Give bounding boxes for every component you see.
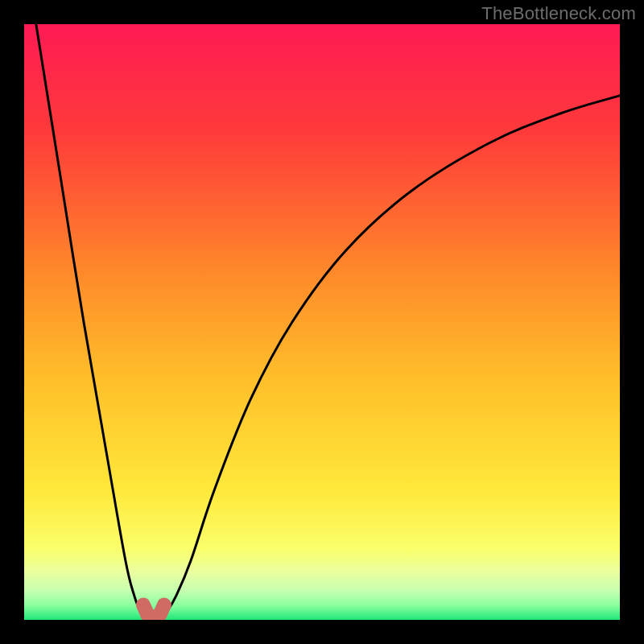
watermark-text: TheBottleneck.com bbox=[481, 3, 636, 24]
chart-background bbox=[24, 24, 620, 620]
chart-svg bbox=[24, 24, 620, 620]
plot-area bbox=[24, 24, 620, 620]
chart-frame: TheBottleneck.com bbox=[0, 0, 644, 644]
